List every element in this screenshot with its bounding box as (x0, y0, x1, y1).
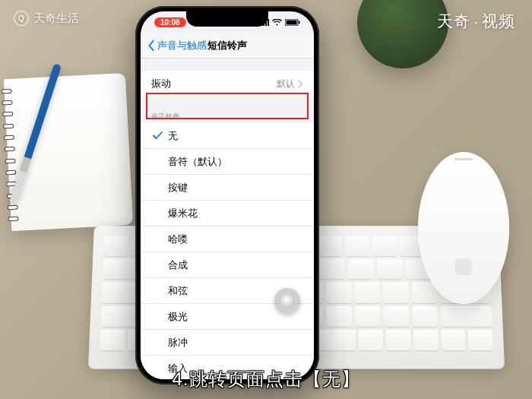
nav-bar: 声音与触感 短信铃声 (141, 33, 314, 59)
vibration-label: 振动 (151, 77, 277, 90)
status-time: 10:08 (154, 17, 186, 27)
phone-notch (186, 11, 268, 27)
svg-rect-4 (268, 19, 269, 26)
tone-label: 按键 (168, 181, 303, 195)
tone-row[interactable]: 哈喽 (141, 226, 314, 252)
svg-rect-6 (287, 20, 297, 24)
vibration-group: 振动 默认 (141, 71, 314, 97)
settings-content[interactable]: 振动 默认 商店铃声 无音符（默认）按键爆米花哈喽合成和弦极光脉冲输入完成圆圈竹… (141, 59, 314, 379)
store-header: 商店铃声 (141, 109, 314, 123)
chevron-right-icon (298, 80, 303, 88)
phone-screen: 10:08 声音与触感 短信铃声 振动 默认 (141, 11, 314, 379)
brand-logo-icon: Q (14, 11, 29, 26)
notebook (4, 73, 133, 231)
watermark-left: Q 天奇生活 (14, 11, 79, 26)
tone-row[interactable]: 爆米花 (141, 201, 314, 226)
back-label: 声音与触感 (157, 39, 207, 52)
tone-label: 脉冲 (168, 336, 303, 350)
tone-label: 音符（默认） (168, 155, 303, 169)
plant-pot (357, 0, 448, 68)
tone-row[interactable]: 脉冲 (141, 330, 314, 356)
checkmark-icon (151, 131, 163, 140)
battery-icon (285, 19, 300, 26)
tone-row[interactable]: 按键 (141, 175, 314, 201)
tone-label: 无 (168, 129, 303, 143)
tone-row[interactable]: 音符（默认） (141, 149, 314, 175)
notebook-spiral (1, 85, 19, 225)
tone-row[interactable]: 合成 (141, 252, 314, 278)
assistive-touch[interactable] (274, 288, 300, 314)
back-button[interactable]: 声音与触感 (147, 39, 207, 52)
tone-row[interactable]: 无 (141, 123, 314, 149)
phone-frame: 10:08 声音与触感 短信铃声 振动 默认 (135, 6, 319, 385)
tone-label: 爆米花 (168, 207, 303, 220)
svg-rect-7 (299, 21, 300, 24)
wifi-icon (272, 19, 282, 26)
watermark-right: 天奇·视频 (437, 11, 515, 32)
vibration-row[interactable]: 振动 默认 (141, 71, 314, 97)
tones-list: 无音符（默认）按键爆米花哈喽合成和弦极光脉冲输入完成圆圈竹子经典 (141, 123, 314, 379)
vibration-value: 默认 (277, 78, 303, 90)
tone-label: 合成 (168, 258, 303, 272)
tutorial-caption: 4.跳转页面点击【无】 (0, 367, 532, 391)
assistive-touch-icon (280, 294, 294, 308)
tone-label: 哈喽 (168, 233, 303, 246)
brand-left-text: 天奇生活 (33, 11, 79, 26)
chevron-left-icon (147, 40, 156, 51)
mouse (418, 152, 509, 304)
